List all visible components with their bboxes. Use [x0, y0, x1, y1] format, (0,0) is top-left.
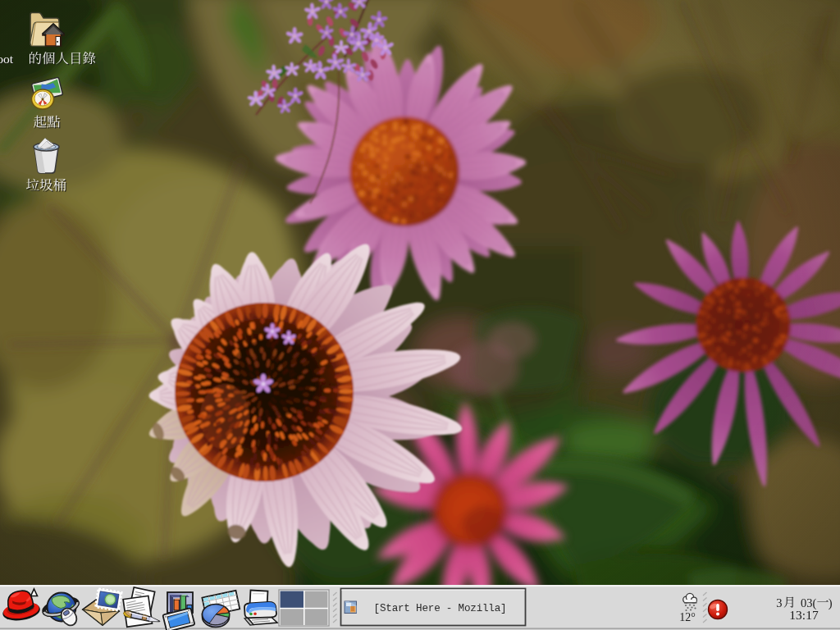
svg-text:[Start Here - Mozilla]: [Start Here - Mozilla] [374, 603, 507, 614]
svg-text:12°: 12° [679, 611, 696, 623]
svg-text:3: 3 [776, 596, 782, 609]
svg-text:root: root [0, 52, 14, 66]
svg-text:): ) [829, 596, 833, 610]
svg-text:13:17: 13:17 [789, 608, 819, 622]
